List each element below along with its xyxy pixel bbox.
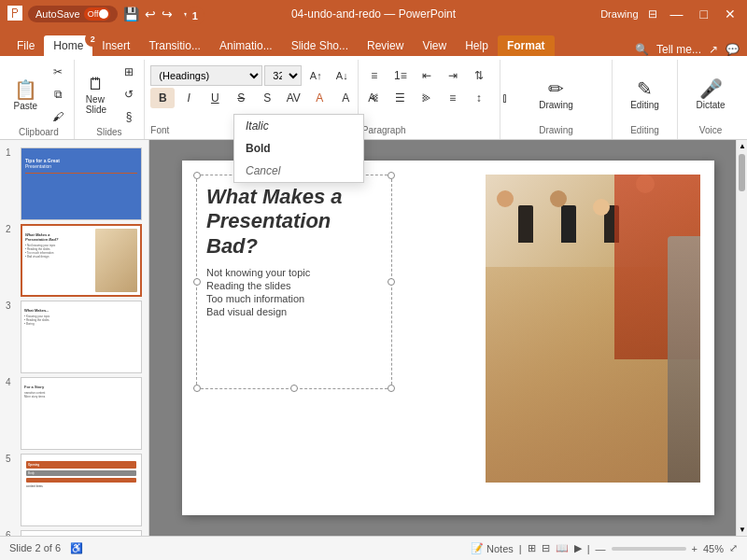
slide-img-1[interactable]: Tips for a Great Presentation	[21, 147, 142, 220]
text-direction-button[interactable]: ⇅	[467, 65, 491, 86]
close-button[interactable]: ✕	[721, 7, 740, 21]
layout-button[interactable]: ⊞	[117, 62, 141, 82]
scroll-up-arrow[interactable]: ▲	[737, 140, 747, 152]
text-box[interactable]: What Makes a Presentation Bad? Not knowi…	[197, 175, 384, 334]
slide-thumb-6[interactable]: 6 What Makes a Presentation Bad? • Knowi…	[6, 530, 143, 536]
slide-img-4[interactable]: For a Story narrative content More story…	[21, 377, 142, 450]
tell-me-label[interactable]: Tell me...	[656, 43, 701, 56]
decrease-indent-button[interactable]: ⇤	[415, 65, 439, 86]
char-spacing-button[interactable]: AV	[281, 88, 305, 108]
slide-thumb-2[interactable]: 2 What Makes a Presentation Bad? • Not k…	[6, 224, 143, 297]
bold-button[interactable]: B	[150, 88, 175, 108]
tab-help[interactable]: Help	[456, 35, 498, 56]
tab-slideshow[interactable]: Slide Sho...	[282, 35, 358, 56]
share-icon[interactable]: ↗	[709, 43, 718, 56]
search-icon[interactable]: 🔍	[635, 43, 649, 56]
copy-button[interactable]: ⧉	[46, 84, 70, 105]
cut-button[interactable]: ✂	[46, 62, 70, 82]
tab-transition[interactable]: Transitio...	[139, 35, 210, 56]
fit-slide-icon[interactable]: ⤢	[729, 542, 738, 554]
dropdown-bold[interactable]: Bold	[234, 137, 363, 160]
underline-button[interactable]: U	[203, 88, 227, 108]
editing-button[interactable]: ✎ Editing	[625, 74, 665, 114]
redo-icon[interactable]: ↪	[162, 7, 173, 21]
tab-home[interactable]: Home 2	[44, 35, 92, 56]
dropdown-italic[interactable]: Italic	[234, 115, 363, 137]
slide-img-5[interactable]: Opening Body content items	[21, 454, 142, 526]
notes-button[interactable]: 📝 Notes	[471, 542, 514, 554]
tab-review[interactable]: Review	[358, 35, 413, 56]
slide-title[interactable]: What Makes a Presentation Bad?	[206, 185, 374, 259]
align-center-button[interactable]: ☰	[388, 88, 413, 108]
slide-img-6[interactable]: What Makes a Presentation Bad? • Knowing…	[21, 530, 142, 536]
strikethrough-button[interactable]: S	[229, 88, 253, 108]
tab-view[interactable]: View	[413, 35, 456, 56]
slide-canvas: ↻ What Makes a Presentation Bad? Not kno…	[182, 161, 714, 515]
vertical-scrollbar[interactable]: ▲ ▼	[736, 140, 747, 536]
handle-bm[interactable]	[290, 385, 298, 392]
audience-image	[486, 175, 700, 483]
numbering-button[interactable]: 1≡	[388, 65, 413, 86]
zoom-slider[interactable]	[612, 547, 686, 551]
selection-box[interactable]: ↻ What Makes a Presentation Bad? Not kno…	[196, 175, 392, 389]
section-button[interactable]: §	[117, 106, 141, 127]
editing-group: ✎ Editing Editing	[613, 60, 678, 139]
editing-content: ✎ Editing	[625, 62, 665, 125]
slide-thumb-4[interactable]: 4 For a Story narrative content More sto…	[6, 377, 143, 450]
file-title: 04-undo-and-redo — PowerPoint	[291, 7, 456, 21]
zoom-level[interactable]: 45%	[703, 543, 724, 554]
minimize-button[interactable]: —	[667, 7, 687, 21]
drawing-button[interactable]: ✏ Drawing	[533, 74, 579, 114]
bullets-button[interactable]: ≡	[362, 65, 387, 86]
reset-button[interactable]: ↺	[117, 84, 141, 105]
font-size-select[interactable]: 32	[264, 65, 302, 86]
zoom-in-icon[interactable]: +	[692, 543, 698, 554]
shadow-button[interactable]: S	[255, 88, 279, 108]
format-painter-button[interactable]: 🖌	[46, 106, 70, 127]
dropdown-cancel[interactable]: Cancel	[234, 160, 363, 182]
highlight-button[interactable]: A	[333, 88, 358, 108]
slide-thumb-1[interactable]: 1 Tips for a Great Presentation	[6, 147, 143, 220]
align-left-button[interactable]: ⫷	[362, 88, 387, 108]
slideshow-icon[interactable]: ▶	[574, 542, 582, 554]
slide-img-2[interactable]: What Makes a Presentation Bad? • Not kno…	[21, 224, 142, 297]
increase-indent-button[interactable]: ⇥	[441, 65, 465, 86]
slide-thumb-5[interactable]: 5 Opening Body content items	[6, 454, 143, 526]
dictate-button[interactable]: 🎤 Dictate	[690, 74, 730, 114]
ribbon-collapse-icon[interactable]: ⊟	[648, 7, 657, 21]
justify-button[interactable]: ≡	[441, 88, 465, 108]
align-right-button[interactable]: ⫸	[415, 88, 439, 108]
scroll-thumb[interactable]	[739, 154, 745, 191]
reading-view-icon[interactable]: 📖	[556, 542, 569, 554]
new-slide-button[interactable]: 🗒 NewSlide	[78, 71, 115, 119]
zoom-out-icon[interactable]: —	[596, 543, 606, 554]
paste-button[interactable]: 📋 Paste	[7, 75, 44, 115]
normal-view-icon[interactable]: ⊞	[528, 542, 536, 554]
undo-icon[interactable]: ↩	[145, 7, 156, 21]
accessibility-icon[interactable]: ♿	[70, 542, 83, 554]
comments-icon[interactable]: 💬	[726, 43, 740, 56]
handle-br[interactable]	[388, 385, 395, 392]
handle-mr[interactable]	[388, 278, 395, 286]
font-name-select[interactable]: (Headings)	[150, 65, 262, 86]
scroll-down-arrow[interactable]: ▼	[737, 524, 747, 536]
handle-bl[interactable]	[193, 385, 201, 392]
font-color-button[interactable]: A	[307, 88, 331, 108]
line-spacing-button[interactable]: ↕	[467, 88, 491, 108]
slide-thumb-3[interactable]: 3 What Makes... • Knowing your topic • R…	[6, 301, 143, 373]
italic-button[interactable]: I	[176, 88, 201, 108]
maximize-button[interactable]: □	[697, 7, 712, 21]
tab-format[interactable]: Format	[498, 35, 555, 56]
tab-animation[interactable]: Animatio...	[210, 35, 282, 56]
slide-img-3[interactable]: What Makes... • Knowing your topic • Rea…	[21, 301, 142, 373]
autosave-toggle[interactable]: Off	[84, 7, 110, 21]
tab-file[interactable]: File	[7, 35, 44, 56]
handle-tr[interactable]	[388, 172, 395, 179]
para-row-1: ≡ 1≡ ⇤ ⇥ ⇅	[362, 65, 491, 86]
drawing-label: Drawing	[539, 100, 573, 110]
font-row-1: (Headings) 32 A↑ A↓	[150, 65, 354, 86]
save-icon[interactable]: 💾	[123, 7, 139, 21]
increase-font-button[interactable]: A↑	[303, 65, 328, 86]
decrease-font-button[interactable]: A↓	[330, 65, 354, 86]
slide-sorter-icon[interactable]: ⊟	[542, 542, 550, 554]
